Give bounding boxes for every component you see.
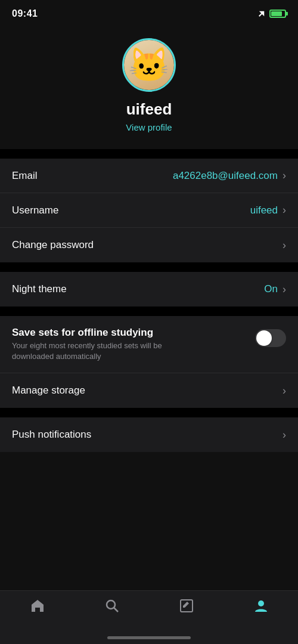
avatar: 🐱 (122, 38, 176, 92)
email-label-container: Email (12, 170, 173, 182)
save-offline-row: Save sets for offline studying Your eigh… (0, 316, 298, 373)
svg-point-0 (107, 600, 115, 609)
toggle-thumb (256, 330, 272, 346)
svg-point-3 (258, 600, 264, 606)
night-theme-row[interactable]: Night theme On › (0, 272, 298, 306)
push-notifications-label: Push notifications (12, 429, 283, 441)
save-offline-toggle[interactable] (255, 329, 286, 347)
section-gap-1 (0, 149, 298, 159)
manage-storage-label-container: Manage storage (12, 385, 283, 397)
change-password-label: Change password (12, 239, 283, 251)
offline-section: Save sets for offline studying Your eigh… (0, 316, 298, 408)
manage-storage-row[interactable]: Manage storage › (0, 373, 298, 408)
status-time: 09:41 (12, 8, 38, 19)
location-icon (257, 10, 266, 18)
save-offline-label: Save sets for offline studying (12, 327, 255, 339)
manage-storage-chevron-container: › (283, 385, 286, 397)
night-theme-chevron: › (283, 283, 286, 296)
username-value-container: uifeed › (250, 204, 286, 216)
theme-section: Night theme On › (0, 272, 298, 306)
search-icon (104, 598, 120, 614)
section-gap-4 (0, 408, 298, 417)
night-theme-value: On (264, 283, 278, 295)
username-row[interactable]: Username uifeed › (0, 193, 298, 228)
nav-search[interactable] (74, 598, 149, 614)
manage-storage-label: Manage storage (12, 385, 283, 397)
push-notifications-row[interactable]: Push notifications › (0, 417, 298, 452)
push-notifications-label-container: Push notifications (12, 429, 283, 441)
username-label: Username (12, 205, 250, 216)
section-gap-3 (0, 306, 298, 316)
home-indicator (107, 636, 191, 639)
push-notifications-chevron: › (283, 429, 286, 441)
nav-profile[interactable] (224, 598, 298, 614)
email-value: a4262e8b@uifeed.com (173, 170, 278, 182)
svg-line-1 (114, 608, 118, 612)
save-offline-label-container: Save sets for offline studying Your eigh… (12, 327, 255, 362)
save-offline-sublabel: Your eight most recently studied sets wi… (12, 340, 203, 362)
nav-home[interactable] (0, 598, 74, 614)
profile-icon (253, 598, 269, 614)
status-bar: 09:41 (0, 0, 298, 26)
change-password-label-container: Change password (12, 239, 283, 251)
night-theme-label-container: Night theme (12, 283, 264, 295)
push-notifications-chevron-container: › (283, 429, 286, 441)
home-icon (30, 598, 45, 614)
username-label-container: Username (12, 205, 250, 216)
change-password-chevron-container: › (283, 239, 286, 252)
account-section: Email a4262e8b@uifeed.com › Username uif… (0, 159, 298, 262)
battery-icon (269, 10, 286, 18)
email-row[interactable]: Email a4262e8b@uifeed.com › (0, 159, 298, 193)
view-profile-button[interactable]: View profile (126, 122, 172, 132)
email-chevron: › (283, 169, 286, 182)
notifications-section: Push notifications › (0, 417, 298, 452)
change-password-chevron: › (283, 239, 286, 252)
nav-create[interactable] (149, 598, 224, 614)
save-offline-toggle-container (255, 327, 286, 347)
email-value-container: a4262e8b@uifeed.com › (173, 169, 286, 182)
night-theme-value-container: On › (264, 283, 286, 296)
create-icon (179, 598, 194, 614)
change-password-row[interactable]: Change password › (0, 228, 298, 262)
email-label: Email (12, 170, 173, 182)
profile-username: uifeed (126, 100, 172, 119)
manage-storage-chevron: › (283, 385, 286, 397)
profile-section: 🐱 uifeed View profile (0, 26, 298, 149)
status-icons (257, 10, 286, 18)
section-gap-2 (0, 262, 298, 272)
username-value: uifeed (250, 205, 278, 216)
username-chevron: › (283, 204, 286, 216)
night-theme-label: Night theme (12, 283, 264, 295)
